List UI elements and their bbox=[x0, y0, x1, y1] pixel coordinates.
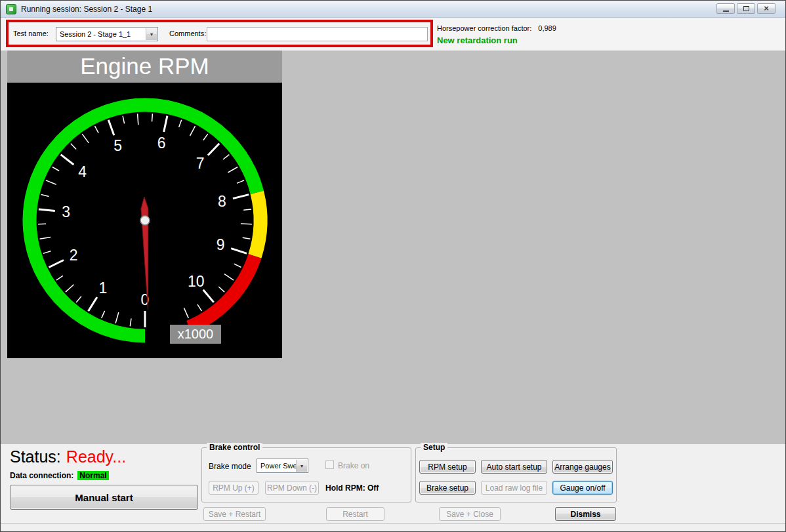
multiplier-label: x1000 bbox=[170, 325, 221, 344]
data-connection-badge: Normal bbox=[77, 471, 108, 480]
close-icon: × bbox=[764, 4, 769, 12]
rpm-up-button[interactable]: RPM Up (+) bbox=[209, 481, 259, 495]
brake-mode-label: Brake mode bbox=[209, 462, 251, 471]
arrange-gauges-button[interactable]: Arrange gauges bbox=[552, 460, 613, 474]
maximize-button[interactable] bbox=[737, 3, 755, 14]
svg-text:4: 4 bbox=[78, 163, 87, 180]
setup-group: Setup RPM setup Auto start setup Arrange… bbox=[415, 447, 617, 502]
hp-correction-value: 0,989 bbox=[538, 24, 556, 32]
svg-text:7: 7 bbox=[196, 155, 205, 172]
gauge-onoff-button[interactable]: Gauge on/off bbox=[552, 481, 613, 495]
save-restart-button[interactable]: Save + Restart bbox=[203, 507, 266, 521]
rpm-down-button[interactable]: RPM Down (-) bbox=[265, 481, 319, 495]
chevron-down-icon: ▾ bbox=[296, 460, 307, 472]
titlebar[interactable]: Running session: Session 2 - Stage 1 × bbox=[1, 1, 785, 18]
brake-on-checkbox[interactable] bbox=[325, 460, 334, 469]
brake-on-label: Brake on bbox=[338, 461, 369, 470]
brake-mode-dropdown[interactable]: Power Sweep ▾ bbox=[257, 459, 308, 473]
rpm-setup-button[interactable]: RPM setup bbox=[419, 460, 476, 474]
gauge-display: 012345678910 x1000 bbox=[7, 83, 282, 358]
app-window: Running session: Session 2 - Stage 1 × T… bbox=[0, 0, 786, 532]
test-name-label: Test name: bbox=[13, 30, 49, 37]
manual-start-button[interactable]: Manual start bbox=[10, 485, 198, 510]
svg-text:2: 2 bbox=[70, 247, 78, 264]
chevron-down-icon: ▾ bbox=[146, 28, 157, 40]
maximize-icon bbox=[743, 6, 749, 11]
brake-setup-button[interactable]: Brake setup bbox=[419, 481, 476, 495]
dismiss-button[interactable]: Dismiss bbox=[555, 507, 616, 521]
bottom-strip bbox=[1, 523, 785, 532]
test-name-dropdown[interactable]: Session 2 - Stage 1_1 ▾ bbox=[56, 27, 158, 41]
svg-text:10: 10 bbox=[188, 273, 205, 290]
minimize-icon bbox=[723, 10, 729, 12]
comments-label: Comments: bbox=[169, 30, 206, 37]
comments-input[interactable] bbox=[207, 27, 428, 41]
window-title: Running session: Session 2 - Stage 1 bbox=[21, 5, 152, 14]
save-close-button[interactable]: Save + Close bbox=[439, 507, 501, 521]
toolbar: Test name: Session 2 - Stage 1_1 ▾ Comme… bbox=[1, 18, 785, 51]
svg-text:3: 3 bbox=[62, 203, 70, 220]
svg-text:1: 1 bbox=[99, 279, 108, 297]
svg-text:8: 8 bbox=[218, 193, 226, 210]
test-name-value: Session 2 - Stage 1_1 bbox=[60, 30, 131, 38]
status-value: Ready... bbox=[66, 447, 126, 466]
hp-correction-label: Horsepower correction factor: bbox=[437, 24, 531, 32]
close-button[interactable]: × bbox=[757, 3, 776, 14]
svg-text:9: 9 bbox=[217, 236, 225, 253]
data-connection-label: Data connection: bbox=[10, 471, 73, 480]
hold-rpm-label: Hold RPM: Off bbox=[325, 483, 379, 493]
window-controls: × bbox=[716, 3, 776, 14]
svg-text:6: 6 bbox=[157, 134, 166, 152]
brake-control-group: Brake control Brake mode Power Sweep ▾ B… bbox=[201, 447, 411, 502]
gauge-title: Engine RPM bbox=[7, 51, 282, 83]
app-icon bbox=[6, 4, 16, 14]
svg-text:5: 5 bbox=[114, 137, 122, 154]
restart-button[interactable]: Restart bbox=[326, 507, 384, 521]
auto-start-setup-button[interactable]: Auto start setup bbox=[481, 460, 547, 474]
engine-rpm-gauge: Engine RPM 012345678910 x1000 bbox=[7, 51, 282, 358]
tachometer-dial: 012345678910 bbox=[7, 83, 282, 358]
load-raw-log-button[interactable]: Load raw log file bbox=[481, 481, 547, 495]
minimize-button[interactable] bbox=[716, 3, 735, 14]
brake-control-group-label: Brake control bbox=[207, 443, 262, 452]
data-connection-line: Data connection:Normal bbox=[10, 471, 109, 480]
run-status-text: New retardation run bbox=[437, 35, 518, 45]
status-line: Status:Ready... bbox=[10, 447, 126, 466]
status-label: Status: bbox=[10, 447, 61, 466]
hp-correction-line: Horsepower correction factor:0,989 bbox=[437, 24, 556, 32]
main-canvas: Engine RPM 012345678910 x1000 bbox=[1, 51, 785, 444]
control-panel: Status:Ready... Data connection:Normal M… bbox=[1, 444, 785, 532]
setup-group-label: Setup bbox=[421, 443, 447, 452]
